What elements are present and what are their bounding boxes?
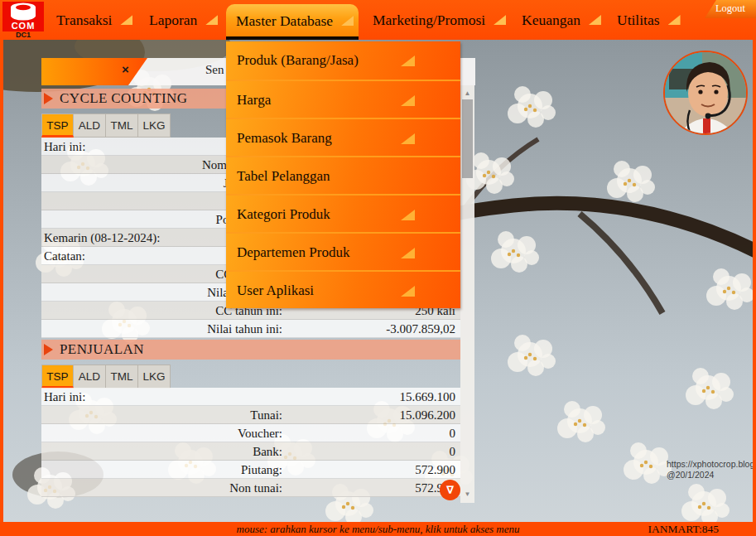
row-label: Tunai: bbox=[41, 406, 282, 424]
menu-item-marketing-promosi[interactable]: Marketing/Promosi bbox=[373, 0, 506, 40]
status-hint-text: mouse: arahkan kursor ke menu/sub-menu, … bbox=[0, 522, 756, 536]
row-value: 0 bbox=[450, 424, 456, 442]
tab-ald[interactable]: ALD bbox=[74, 113, 106, 138]
menu-item-label: Laporan bbox=[149, 12, 197, 28]
svg-text:COM: COM bbox=[12, 21, 36, 31]
menu-item-master-database[interactable]: Master Database bbox=[236, 4, 354, 40]
row-value: 15.669.100 bbox=[400, 388, 456, 406]
row-label: Bank: bbox=[41, 442, 282, 461]
dropdown-item-user-aplikasi[interactable]: User Aplikasi bbox=[226, 270, 460, 308]
menu-item-label: Transaksi bbox=[56, 12, 112, 28]
menu-item-label: Utilitas bbox=[617, 12, 660, 28]
chevron-submenu-icon bbox=[341, 16, 354, 26]
row-label: Piutang: bbox=[41, 461, 282, 479]
section-arrow-icon bbox=[44, 344, 53, 355]
row-value: 572.900 bbox=[415, 461, 455, 479]
menu-item-label: Marketing/Promosi bbox=[373, 12, 485, 28]
chevron-submenu-icon bbox=[401, 56, 415, 66]
chevron-submenu-icon bbox=[401, 210, 415, 220]
window-border-right bbox=[753, 40, 756, 522]
table-row: Non tunai:572.900 bbox=[41, 479, 460, 497]
menu-bar: COM DC1 TransaksiLaporanMaster DatabaseM… bbox=[0, 0, 756, 40]
tab-lkg[interactable]: LKG bbox=[138, 365, 171, 389]
tab-ald[interactable]: ALD bbox=[74, 365, 106, 389]
scroll-up-icon[interactable]: ▲ bbox=[460, 87, 474, 100]
dropdown-item-label: Pemasok Barang bbox=[237, 130, 332, 146]
tab-lkg[interactable]: LKG bbox=[138, 113, 171, 138]
row-value: 0 bbox=[450, 442, 456, 461]
status-bar: mouse: arahkan kursor ke menu/sub-menu, … bbox=[0, 522, 756, 536]
dropdown-item-label: Departemen Produk bbox=[237, 244, 349, 260]
section-header-penjualan: PENJUALAN bbox=[41, 340, 460, 360]
row-label: Kemarin (08-12-2024): bbox=[44, 229, 160, 247]
table-row: Voucher:0 bbox=[41, 424, 460, 442]
row-label: Non tunai: bbox=[41, 479, 282, 497]
panel-scrollbar[interactable]: ▲ ▼ bbox=[460, 85, 474, 503]
chevron-submenu-icon bbox=[668, 15, 681, 25]
avatar-photo bbox=[665, 52, 748, 135]
chevron-submenu-icon bbox=[401, 248, 415, 258]
master-database-dropdown: Produk (Barang/Jasa)HargaPemasok BarangT… bbox=[226, 41, 460, 308]
store-tabs-penjualan: TSPALDTMLLKG bbox=[41, 365, 460, 389]
window-border-left bbox=[0, 40, 3, 522]
logout-button[interactable]: Logout bbox=[705, 0, 756, 18]
dropdown-item-departemen-produk[interactable]: Departemen Produk bbox=[226, 232, 460, 270]
menu-item-utilitas[interactable]: Utilitas bbox=[617, 0, 681, 40]
watermark-date: @20/1/2024 bbox=[667, 470, 753, 480]
chevron-submenu-icon bbox=[401, 133, 415, 144]
dropdown-item-harga[interactable]: Harga bbox=[226, 80, 460, 118]
panel-ribbon bbox=[41, 58, 147, 85]
terminal-id-label: IANMART:845 bbox=[648, 522, 719, 536]
close-icon[interactable]: × bbox=[122, 62, 129, 76]
table-row: Piutang:572.900 bbox=[41, 461, 460, 479]
chevron-submenu-icon bbox=[401, 286, 415, 297]
dropdown-item-label: User Aplikasi bbox=[237, 282, 314, 298]
application-window: × Sen CYCLE COUNTING TSPALDTMLLKG Hari i… bbox=[0, 0, 756, 536]
row-label: Nilai tahun ini: bbox=[41, 320, 282, 338]
active-menu-tab[interactable]: Master Database bbox=[226, 4, 359, 40]
photo-watermark: https://xphotocrop.blogspo @20/1/2024 bbox=[667, 459, 753, 480]
dropdown-item-label: Tabel Pelanggan bbox=[237, 168, 330, 184]
menu-item-laporan[interactable]: Laporan bbox=[149, 0, 218, 40]
table-row: Tunai:15.096.200 bbox=[41, 406, 460, 424]
section-arrow-icon bbox=[44, 93, 53, 104]
row-label: Hari ini: bbox=[44, 138, 85, 156]
dropdown-item-kategori-produk[interactable]: Kategori Produk bbox=[226, 194, 460, 232]
panel-date-label: Sen bbox=[205, 63, 224, 77]
dropdown-item-tabel-pelanggan[interactable]: Tabel Pelanggan bbox=[226, 156, 460, 194]
scrollbar-thumb[interactable] bbox=[462, 99, 473, 178]
tab-tml[interactable]: TML bbox=[106, 365, 138, 389]
menu-item-label: Keuangan bbox=[522, 12, 580, 28]
chevron-submenu-icon bbox=[589, 15, 601, 25]
branch-code-label: DC1 bbox=[2, 31, 44, 39]
scroll-more-button[interactable]: ∇ bbox=[440, 480, 460, 500]
user-avatar[interactable] bbox=[663, 51, 748, 135]
table-row: Nilai tahun ini:-3.007.859,02 bbox=[41, 320, 460, 338]
dropdown-item-produk-barang-jasa-[interactable]: Produk (Barang/Jasa) bbox=[226, 41, 460, 80]
app-logo: COM bbox=[2, 2, 44, 31]
row-value: -3.007.859,02 bbox=[386, 320, 455, 338]
dropdown-item-label: Kategori Produk bbox=[237, 206, 330, 222]
chevron-submenu-icon bbox=[494, 15, 506, 25]
row-value: 15.096.200 bbox=[400, 406, 456, 424]
chevron-submenu-icon bbox=[401, 95, 415, 106]
table-row: Bank:0 bbox=[41, 442, 460, 461]
chevron-submenu-icon bbox=[205, 15, 218, 25]
menu-item-transaksi[interactable]: Transaksi bbox=[56, 0, 132, 40]
tab-tsp[interactable]: TSP bbox=[41, 113, 74, 138]
active-tab-underline bbox=[226, 36, 359, 40]
dropdown-item-label: Produk (Barang/Jasa) bbox=[237, 52, 359, 68]
row-label: Catatan: bbox=[44, 247, 85, 265]
menu-item-keuangan[interactable]: Keuangan bbox=[522, 0, 601, 40]
watermark-url: https://xphotocrop.blogspo bbox=[667, 459, 753, 470]
penjualan-rows: Hari ini:15.669.100Tunai:15.096.200Vouch… bbox=[41, 388, 460, 497]
drum-logo-icon: COM bbox=[2, 2, 44, 31]
row-label: Hari ini: bbox=[44, 388, 85, 406]
tab-tsp[interactable]: TSP bbox=[41, 365, 74, 389]
dropdown-item-pemasok-barang[interactable]: Pemasok Barang bbox=[226, 118, 460, 156]
menu-item-label: Master Database bbox=[236, 12, 333, 29]
tab-tml[interactable]: TML bbox=[106, 113, 138, 138]
table-row: Hari ini:15.669.100 bbox=[41, 388, 460, 406]
row-label: Voucher: bbox=[41, 424, 282, 442]
scroll-down-icon[interactable]: ▼ bbox=[460, 488, 474, 501]
